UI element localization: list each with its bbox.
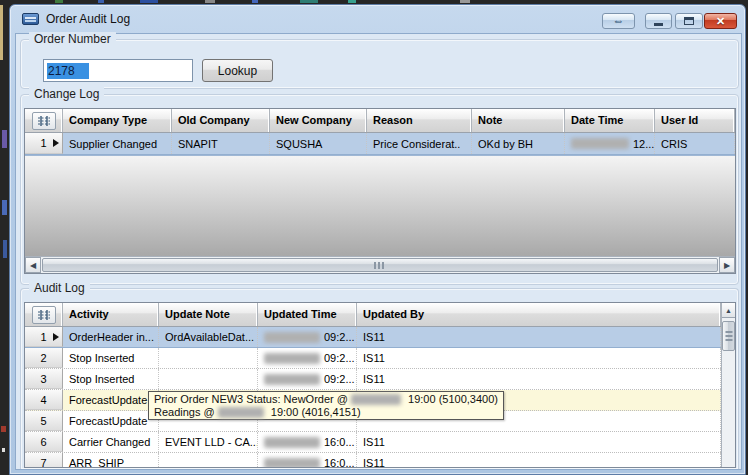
audit-log-row-3[interactable]: 3 Stop Inserted 09:2... IS11: [25, 369, 721, 390]
maximize-icon: [684, 17, 694, 25]
cell-new-company[interactable]: SQUSHA: [270, 133, 367, 154]
cell-activity[interactable]: Stop Inserted: [63, 369, 159, 389]
lookup-button[interactable]: Lookup: [202, 59, 273, 82]
row-number-cell[interactable]: 6: [25, 432, 63, 452]
cell-note[interactable]: OKd by BH: [472, 133, 565, 154]
cell-updated-by[interactable]: IS11: [357, 369, 721, 389]
cell-company-type[interactable]: Supplier Changed: [63, 133, 172, 154]
grid-corner-cell[interactable]: [25, 109, 63, 132]
row-number-cell[interactable]: 4: [25, 390, 63, 410]
cell-activity[interactable]: ARR_SHIP: [63, 453, 159, 468]
cell-updated-by[interactable]: IS11: [357, 348, 721, 368]
scroll-up-icon: ▲: [725, 307, 732, 314]
row-number-cell[interactable]: 1: [25, 133, 63, 154]
row-number-cell[interactable]: 2: [25, 348, 63, 368]
order-number-label: Order Number: [29, 32, 116, 46]
column-header-date-time[interactable]: Date Time: [565, 109, 655, 132]
titlebar[interactable]: Order Audit Log ⇔ ✕: [10, 5, 745, 33]
desktop-fragment: [0, 5, 3, 60]
cell-update-note[interactable]: [159, 348, 258, 368]
desktop-fragment: [2, 200, 7, 215]
vertical-scroll-thumb[interactable]: [722, 321, 735, 351]
maximize-button[interactable]: [675, 13, 703, 29]
resize-button[interactable]: ⇔: [602, 13, 635, 29]
cell-updated-by[interactable]: IS11: [357, 453, 721, 468]
column-chooser-button[interactable]: [32, 112, 56, 130]
cell-updated-by[interactable]: IS11: [357, 327, 721, 347]
redacted-date: [571, 138, 629, 149]
cell-user-id[interactable]: CRIS: [655, 133, 735, 154]
change-log-header-row: Company Type Old Company New Company Rea…: [25, 109, 735, 133]
column-header-updated-time[interactable]: Updated Time: [258, 303, 357, 326]
column-header-reason[interactable]: Reason: [367, 109, 472, 132]
minimize-button[interactable]: [645, 13, 672, 29]
cell-update-note[interactable]: OrdAvailableDat...: [159, 327, 258, 347]
desktop-fragment: [140, 0, 158, 3]
cell-activity[interactable]: Stop Inserted: [63, 348, 159, 368]
cell-activity[interactable]: ForecastUpdate: [63, 411, 159, 431]
desktop-fragment: [2, 130, 7, 148]
cell-updated-time[interactable]: 09:2...: [258, 327, 357, 347]
cell-updated-by[interactable]: IS11: [357, 432, 721, 452]
desktop-fragment: [348, 0, 356, 3]
audit-log-row-1[interactable]: 1 OrderHeader in... OrdAvailableDat... 0…: [25, 327, 721, 348]
column-chooser-icon: [37, 115, 51, 127]
grid-corner-cell[interactable]: [25, 303, 63, 326]
cell-update-note[interactable]: [159, 453, 258, 468]
scroll-grip-icon: [725, 331, 732, 341]
desktop-fragment: [252, 0, 258, 3]
cell-activity[interactable]: ForecastUpdate: [63, 390, 159, 410]
column-header-update-note[interactable]: Update Note: [159, 303, 258, 326]
column-header-user-id[interactable]: User Id: [655, 109, 735, 132]
audit-log-groupbox: Audit Log: [20, 288, 739, 469]
cell-updated-time[interactable]: 09:2...: [258, 369, 357, 389]
order-number-input[interactable]: 2178: [43, 59, 193, 82]
cell-updated-time[interactable]: 09:2...: [258, 348, 357, 368]
close-button[interactable]: ✕: [704, 13, 737, 29]
horizontal-scroll-thumb[interactable]: [42, 258, 718, 272]
redacted-date: [218, 407, 264, 418]
redacted-date: [264, 353, 320, 364]
cell-activity[interactable]: Carrier Changed: [63, 432, 159, 452]
column-header-note[interactable]: Note: [472, 109, 565, 132]
row-number-cell[interactable]: 3: [25, 369, 63, 389]
cell-reason[interactable]: Price Considerat..: [367, 133, 472, 154]
cell-update-note[interactable]: [159, 369, 258, 389]
cell-update-note[interactable]: EVENT LLD - CA...: [159, 432, 258, 452]
scroll-right-button[interactable]: ▶: [719, 257, 735, 273]
change-log-groupbox: Change Log: [20, 94, 739, 285]
row-indicator-icon: [53, 139, 59, 147]
row-number-cell[interactable]: 5: [25, 411, 63, 431]
cell-date-time[interactable]: 12...: [565, 133, 655, 154]
redacted-date: [264, 437, 320, 448]
column-header-new-company[interactable]: New Company: [270, 109, 367, 132]
desktop-fragment: [1, 426, 6, 432]
audit-log-row-2[interactable]: 2 Stop Inserted 09:2... IS11: [25, 348, 721, 369]
scroll-up-button[interactable]: ▲: [722, 303, 735, 318]
vertical-scrollbar[interactable]: ▲: [721, 303, 735, 467]
desktop-fragment: [300, 0, 318, 3]
audit-log-row-6[interactable]: 6 Carrier Changed EVENT LLD - CA... 16:0…: [25, 432, 721, 453]
change-log-row-1[interactable]: 1 Supplier Changed SNAPIT SQUSHA Price C…: [25, 133, 735, 155]
close-icon: ✕: [716, 15, 725, 28]
row-number-cell[interactable]: 7: [25, 453, 63, 468]
row-number-cell[interactable]: 1: [25, 327, 63, 347]
desktop-fragment: [55, 0, 63, 3]
column-header-old-company[interactable]: Old Company: [172, 109, 270, 132]
horizontal-scrollbar[interactable]: ◀ ▶: [25, 256, 735, 273]
change-log-label: Change Log: [29, 87, 104, 101]
redacted-date: [264, 458, 320, 469]
column-header-activity[interactable]: Activity: [63, 303, 159, 326]
cell-old-company[interactable]: SNAPIT: [172, 133, 270, 154]
scroll-right-icon: ▶: [724, 261, 730, 270]
column-header-updated-by[interactable]: Updated By: [357, 303, 721, 326]
redacted-date: [264, 332, 320, 343]
scroll-left-button[interactable]: ◀: [25, 257, 41, 273]
column-header-company-type[interactable]: Company Type: [63, 109, 172, 132]
cell-updated-time[interactable]: 16:0...: [258, 432, 357, 452]
audit-log-row-7[interactable]: 7 ARR_SHIP 16:0... IS11: [25, 453, 721, 468]
forecast-tooltip: Prior Order NEW3 Status: NewOrder @ 19:0…: [148, 391, 504, 420]
cell-updated-time[interactable]: 16:0...: [258, 453, 357, 468]
cell-activity[interactable]: OrderHeader in...: [63, 327, 159, 347]
column-chooser-button[interactable]: [32, 306, 56, 324]
